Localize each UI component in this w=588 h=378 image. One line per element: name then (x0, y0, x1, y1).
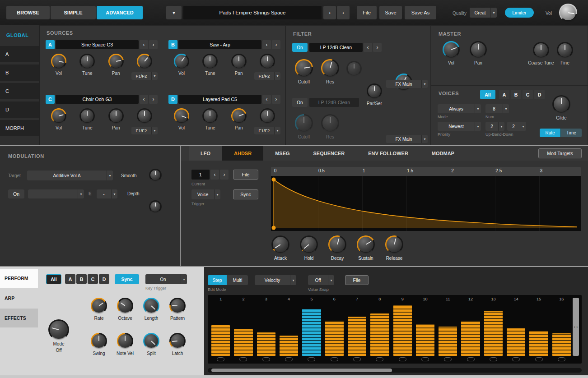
next-button[interactable]: › (149, 95, 158, 104)
step-bar-track[interactable] (393, 303, 412, 356)
step-bar-track[interactable] (348, 303, 366, 356)
seq-param-select[interactable]: Velocity ▾ (255, 275, 296, 285)
sustain-knob[interactable] (357, 235, 375, 254)
step-bar[interactable] (211, 325, 230, 356)
tie-loop-icon[interactable] (308, 357, 315, 361)
route-select[interactable]: F1/F2▾ (131, 72, 158, 80)
tie-loop-icon[interactable] (376, 357, 383, 361)
res-knob[interactable] (321, 114, 339, 132)
arp-d-button[interactable]: D (99, 274, 109, 284)
source-name-field[interactable]: Layered Pad C5 (178, 95, 261, 104)
filter2-route-select[interactable]: FX Main ▾ (386, 135, 428, 143)
tie-loop-icon[interactable] (399, 357, 406, 361)
tie-loop-icon[interactable] (467, 357, 475, 361)
arp-c-button[interactable]: C (88, 274, 98, 284)
voices-a-button[interactable]: A (499, 90, 509, 99)
tune-knob[interactable] (202, 108, 218, 124)
attack-knob[interactable] (271, 235, 289, 254)
octave-knob[interactable] (117, 298, 133, 314)
vol-knob[interactable] (174, 108, 189, 124)
source-name-field[interactable]: Choir Ooh G3 (56, 95, 139, 104)
global-tab-a[interactable]: A (0, 46, 39, 62)
depth-knob[interactable] (149, 200, 162, 213)
prev-button[interactable]: ‹ (140, 40, 148, 49)
tie-loop-icon[interactable] (331, 357, 338, 361)
rate-toggle-button[interactable]: Rate (540, 129, 560, 137)
filter1-on-button[interactable]: On (292, 43, 308, 52)
arp-all-button[interactable]: All (46, 274, 61, 284)
route-select[interactable]: F1/F2▾ (131, 127, 158, 134)
mod-source-select[interactable]: ▾ (28, 189, 84, 198)
tie-loop-icon[interactable] (239, 357, 247, 361)
step-bar-track[interactable] (529, 303, 548, 356)
vol-knob[interactable] (51, 108, 66, 124)
cutoff-knob[interactable] (295, 114, 313, 132)
voices-c-button[interactable]: C (523, 90, 533, 99)
file-button[interactable]: File (357, 6, 377, 19)
envelope-handle-start[interactable] (272, 178, 276, 182)
step-bar[interactable] (461, 321, 480, 356)
vol-knob[interactable] (174, 54, 189, 69)
hold-knob[interactable] (300, 235, 318, 254)
global-tab-c[interactable]: C (0, 83, 39, 99)
step-bar-track[interactable] (370, 303, 389, 356)
tie-loop-icon[interactable] (558, 357, 565, 361)
tie-loop-icon[interactable] (535, 357, 543, 361)
smooth-knob[interactable] (149, 169, 162, 181)
tie-loop-icon[interactable] (490, 357, 497, 361)
time-toggle-button[interactable]: Time (561, 129, 582, 137)
tab-mseg[interactable]: MSEG (263, 146, 301, 161)
master-vol-knob[interactable] (559, 4, 577, 22)
voices-mode-select[interactable]: Always ▾ (438, 104, 481, 113)
vol-knob[interactable] (443, 41, 460, 58)
tie-loop-icon[interactable] (353, 357, 361, 361)
source-name-field[interactable]: Saw - Arp (178, 40, 261, 49)
seq-file-button[interactable]: File (345, 275, 369, 285)
seq-zoom-handle[interactable]: ‹ › (573, 298, 579, 356)
res-knob[interactable] (321, 59, 339, 77)
step-bar[interactable] (257, 332, 275, 356)
filter2-type-field[interactable]: LP 12dB Clean (309, 98, 359, 107)
step-bar[interactable] (529, 331, 548, 356)
tab-perform[interactable]: PERFORM (0, 269, 38, 288)
key-trigger-select[interactable]: On ▾ (145, 274, 187, 284)
step-bar-track[interactable] (439, 303, 457, 356)
fine-tune-knob[interactable] (557, 42, 573, 58)
filter2-on-button[interactable]: On (292, 98, 308, 107)
arp-mode-knob[interactable] (48, 319, 69, 340)
voices-priority-select[interactable]: Newest ▾ (438, 122, 481, 131)
envelope-time-ruler[interactable]: 00.511.522.53 (271, 167, 581, 176)
tie-loop-icon[interactable] (217, 357, 224, 361)
step-bar[interactable] (439, 327, 457, 356)
latch-knob[interactable] (169, 333, 186, 349)
preset-menu-button[interactable]: ▾ (166, 6, 182, 19)
cutoff-knob[interactable] (295, 59, 313, 77)
envelope-handle-floor[interactable] (272, 226, 276, 230)
mod-on-button[interactable]: On (8, 189, 24, 198)
pan-knob[interactable] (231, 108, 247, 124)
voices-num-select[interactable]: 8 ▾ (485, 104, 509, 113)
voices-all-button[interactable]: All (480, 90, 495, 99)
note-vel-knob[interactable] (117, 333, 133, 349)
route-select[interactable]: F1/F2▾ (254, 72, 280, 80)
step-bar[interactable] (325, 321, 344, 356)
mod-curve-select[interactable]: - ▾ (97, 189, 117, 198)
simple-button[interactable]: SIMPLE (51, 6, 96, 19)
par-ser-knob[interactable] (367, 83, 382, 99)
mod-target-select[interactable]: Additive Vol A ▾ (27, 171, 113, 180)
seq-scrollbar-track[interactable] (208, 368, 582, 373)
tab-arp[interactable]: ARP (0, 293, 38, 303)
step-bar-track[interactable] (484, 303, 503, 356)
step-bar[interactable] (302, 309, 321, 356)
step-bar-track[interactable] (280, 303, 298, 356)
step-bar-track[interactable] (507, 303, 525, 356)
step-bar[interactable] (416, 324, 434, 356)
tab-sequencer[interactable]: SEQUENCER (302, 146, 357, 161)
envelope-curve[interactable] (271, 176, 581, 231)
voices-b-button[interactable]: B (511, 90, 521, 99)
arp-b-button[interactable]: B (76, 274, 87, 284)
tie-loop-icon[interactable] (512, 357, 520, 361)
tab-effects[interactable]: EFFECTS (0, 309, 38, 327)
tune-knob[interactable] (202, 54, 218, 69)
env-file-button[interactable]: File (233, 170, 258, 180)
